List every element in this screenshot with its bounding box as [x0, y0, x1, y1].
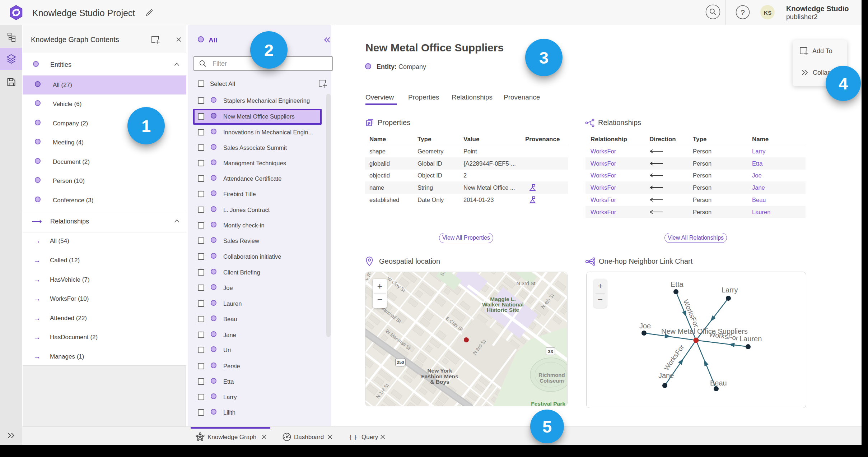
svg-text:Etta: Etta [671, 280, 683, 288]
svg-text:Richmond: Richmond [538, 372, 565, 378]
svg-text:Joe: Joe [639, 322, 651, 330]
svg-text:33: 33 [548, 349, 553, 354]
svg-text:Beau: Beau [710, 379, 727, 387]
svg-text:New York: New York [427, 368, 452, 374]
svg-text:WorksFor: WorksFor [663, 343, 686, 372]
svg-text:Historic Site: Historic Site [487, 307, 519, 313]
svg-text:& Boys: & Boys [430, 379, 449, 385]
svg-text:Jane: Jane [658, 371, 674, 379]
svg-text:Festival Park: Festival Park [531, 401, 565, 406]
svg-text:250: 250 [397, 360, 404, 365]
svg-text:?: ? [741, 8, 745, 17]
svg-text:Larry: Larry [722, 286, 738, 294]
svg-text:N 3rd St: N 3rd St [516, 281, 535, 286]
svg-text:Coliseum: Coliseum [540, 378, 564, 384]
svg-text:Lauren: Lauren [739, 335, 762, 343]
